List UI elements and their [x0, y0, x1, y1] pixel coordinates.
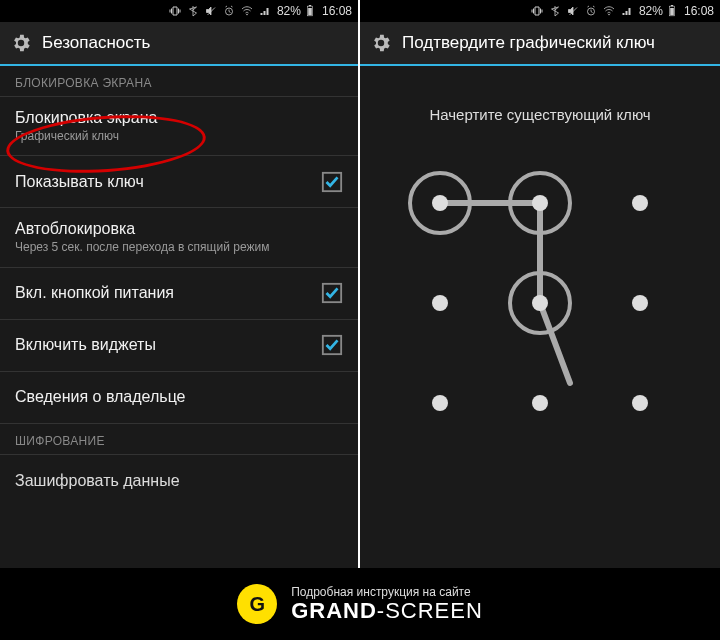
alarm-icon: [223, 5, 235, 17]
status-bar: 82% 16:08: [360, 0, 720, 22]
vibrate-icon: [169, 5, 181, 17]
screen-confirm-pattern: 82% 16:08 Подтвердите графический ключ Н…: [360, 0, 720, 568]
banner-brand-light: SCREEN: [385, 598, 483, 623]
banner-brand-bold: GRAND: [291, 598, 377, 623]
svg-point-1: [246, 14, 248, 16]
bluetooth-icon: [549, 5, 561, 17]
svg-point-9: [608, 14, 610, 16]
section-header-encrypt: ШИФРОВАНИЕ: [0, 424, 358, 455]
pattern-node[interactable]: [532, 295, 548, 311]
clock: 16:08: [322, 4, 352, 18]
settings-list: БЛОКИРОВКА ЭКРАНА Блокировка экрана Граф…: [0, 66, 358, 568]
battery-icon: [666, 5, 678, 17]
svg-rect-11: [670, 8, 674, 15]
item-sublabel: Через 5 сек. после перехода в спящий реж…: [15, 240, 269, 254]
item-power-lock[interactable]: Вкл. кнопкой питания: [0, 268, 358, 320]
gear-icon: [370, 32, 392, 54]
checkbox-checked-icon[interactable]: [321, 334, 343, 356]
pattern-node[interactable]: [432, 295, 448, 311]
vibrate-icon: [531, 5, 543, 17]
banner-brand: GRAND-SCREEN: [291, 599, 483, 622]
battery-icon: [304, 5, 316, 17]
pattern-svg[interactable]: [400, 163, 680, 443]
screen-security-settings: 82% 16:08 Безопасность БЛОКИРОВКА ЭКРАНА…: [0, 0, 360, 568]
svg-rect-4: [309, 5, 311, 6]
app-header: Подтвердите графический ключ: [360, 22, 720, 66]
pattern-grid[interactable]: [400, 163, 680, 443]
banner-logo: G: [237, 584, 277, 624]
section-header-lock: БЛОКИРОВКА ЭКРАНА: [0, 66, 358, 97]
pattern-area: Начертите существующий ключ: [360, 66, 720, 568]
banner-logo-letter: G: [249, 593, 265, 616]
battery-indicator: 82%: [639, 4, 678, 18]
item-screen-lock[interactable]: Блокировка экрана Графический ключ: [0, 97, 358, 156]
item-encrypt[interactable]: Зашифровать данные: [0, 455, 358, 507]
status-icons: [531, 5, 633, 17]
signal-icon: [621, 5, 633, 17]
pattern-node[interactable]: [632, 195, 648, 211]
pattern-node[interactable]: [532, 195, 548, 211]
checkbox-checked-icon[interactable]: [321, 282, 343, 304]
item-enable-widgets[interactable]: Включить виджеты: [0, 320, 358, 372]
pattern-node[interactable]: [632, 395, 648, 411]
wifi-icon: [241, 5, 253, 17]
status-bar: 82% 16:08: [0, 0, 358, 22]
item-show-pattern[interactable]: Показывать ключ: [0, 156, 358, 208]
svg-rect-3: [308, 8, 312, 15]
item-label: Вкл. кнопкой питания: [15, 284, 174, 302]
status-icons: [169, 5, 271, 17]
item-label: Показывать ключ: [15, 173, 144, 191]
pattern-node[interactable]: [432, 195, 448, 211]
alarm-icon: [585, 5, 597, 17]
item-auto-lock[interactable]: Автоблокировка Через 5 сек. после перехо…: [0, 208, 358, 267]
svg-rect-12: [671, 5, 673, 6]
pattern-node[interactable]: [532, 395, 548, 411]
app-header: Безопасность: [0, 22, 358, 66]
signal-icon: [259, 5, 271, 17]
item-owner-info[interactable]: Сведения о владельце: [0, 372, 358, 424]
pattern-node[interactable]: [432, 395, 448, 411]
mute-icon: [205, 5, 217, 17]
page-title: Безопасность: [42, 33, 150, 53]
item-sublabel: Графический ключ: [15, 129, 157, 143]
pattern-node[interactable]: [632, 295, 648, 311]
battery-percent: 82%: [277, 4, 301, 18]
site-banner: G Подробная инструкция на сайте GRAND-SC…: [0, 568, 720, 640]
clock: 16:08: [684, 4, 714, 18]
item-label: Сведения о владельце: [15, 388, 186, 406]
bluetooth-icon: [187, 5, 199, 17]
item-label: Зашифровать данные: [15, 472, 180, 490]
pattern-instruction: Начертите существующий ключ: [429, 106, 650, 123]
item-label: Включить виджеты: [15, 336, 156, 354]
page-title: Подтвердите графический ключ: [402, 33, 655, 53]
wifi-icon: [603, 5, 615, 17]
battery-indicator: 82%: [277, 4, 316, 18]
checkbox-checked-icon[interactable]: [321, 171, 343, 193]
item-label: Автоблокировка: [15, 220, 269, 238]
gear-icon: [10, 32, 32, 54]
battery-percent: 82%: [639, 4, 663, 18]
item-label: Блокировка экрана: [15, 109, 157, 127]
mute-icon: [567, 5, 579, 17]
